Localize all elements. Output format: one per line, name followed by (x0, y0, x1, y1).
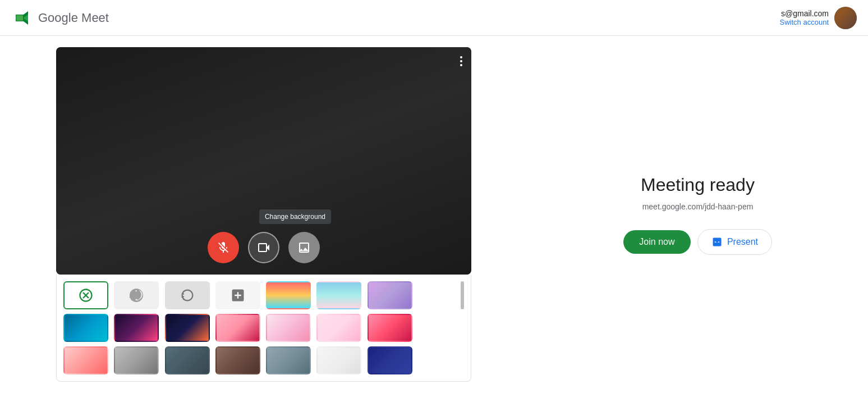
bg-none-item[interactable] (63, 281, 108, 309)
bg-blossom-item[interactable] (215, 314, 260, 342)
main-content: Change background (0, 36, 868, 393)
bg-industrial-item[interactable] (165, 346, 210, 374)
bg-water-item[interactable] (63, 314, 108, 342)
bg-add-custom-item[interactable] (215, 281, 260, 309)
switch-account-link[interactable]: Switch account (780, 18, 829, 26)
bg-sunset-item[interactable] (266, 281, 311, 309)
action-buttons: Join now Present (623, 229, 772, 255)
right-panel: Meeting ready meet.google.com/jdd-haan-p… (527, 36, 868, 393)
mic-muted-icon (217, 241, 230, 254)
bg-gray-item[interactable] (114, 346, 159, 374)
svg-rect-2 (16, 15, 23, 21)
meeting-url: meet.google.com/jdd-haan-pem (642, 202, 754, 211)
bg-interior-item[interactable] (215, 346, 260, 374)
bg-citynight-item[interactable] (368, 346, 412, 374)
change-background-button[interactable] (288, 232, 320, 263)
present-icon (711, 236, 723, 248)
account-area: s@gmail.com Switch account (780, 7, 857, 29)
dot (460, 56, 462, 58)
account-email: s@gmail.com (780, 9, 829, 18)
meeting-ready-title: Meeting ready (641, 175, 755, 195)
bg-white-item[interactable] (316, 346, 361, 374)
bg-slight-blur-item[interactable] (114, 281, 159, 309)
more-options-button[interactable] (458, 54, 465, 68)
bg-purple-item[interactable] (368, 281, 412, 309)
google-meet-logo-icon (11, 7, 34, 29)
header: Google Meet s@gmail.com Switch account (0, 0, 868, 36)
account-info: s@gmail.com Switch account (780, 9, 829, 26)
background-effects-icon (297, 241, 311, 254)
slight-blur-icon (127, 286, 145, 304)
avatar[interactable] (834, 7, 857, 29)
toggle-camera-button[interactable] (248, 232, 279, 263)
bg-pink-geo-item[interactable] (368, 314, 412, 342)
bg-tower-item[interactable] (266, 346, 311, 374)
app-title: Google Meet (38, 11, 109, 25)
bg-cherry-item[interactable] (266, 314, 311, 342)
bg-fireworks-item[interactable] (165, 314, 210, 342)
no-effect-icon (78, 287, 94, 303)
blur-icon (180, 287, 195, 303)
video-preview: Change background (56, 47, 471, 275)
dot (460, 64, 462, 66)
bg-space-item[interactable] (114, 314, 159, 342)
bg-beach-item[interactable] (316, 281, 361, 309)
mute-microphone-button[interactable] (208, 232, 239, 263)
left-panel: Change background (0, 36, 527, 393)
bg-pink-soft-item[interactable] (316, 314, 361, 342)
background-grid (63, 281, 464, 374)
avatar-image (834, 7, 857, 29)
add-background-icon (230, 287, 246, 303)
camera-icon (257, 241, 270, 254)
logo-area: Google Meet (11, 7, 109, 29)
present-button[interactable]: Present (697, 229, 772, 255)
present-label: Present (727, 237, 758, 247)
bg-blur-item[interactable] (165, 281, 210, 309)
video-controls: Change background (208, 232, 320, 263)
background-selector-panel (56, 275, 471, 382)
bg-flowers-item[interactable] (63, 346, 108, 374)
dot (460, 60, 462, 62)
join-now-button[interactable]: Join now (623, 230, 691, 254)
